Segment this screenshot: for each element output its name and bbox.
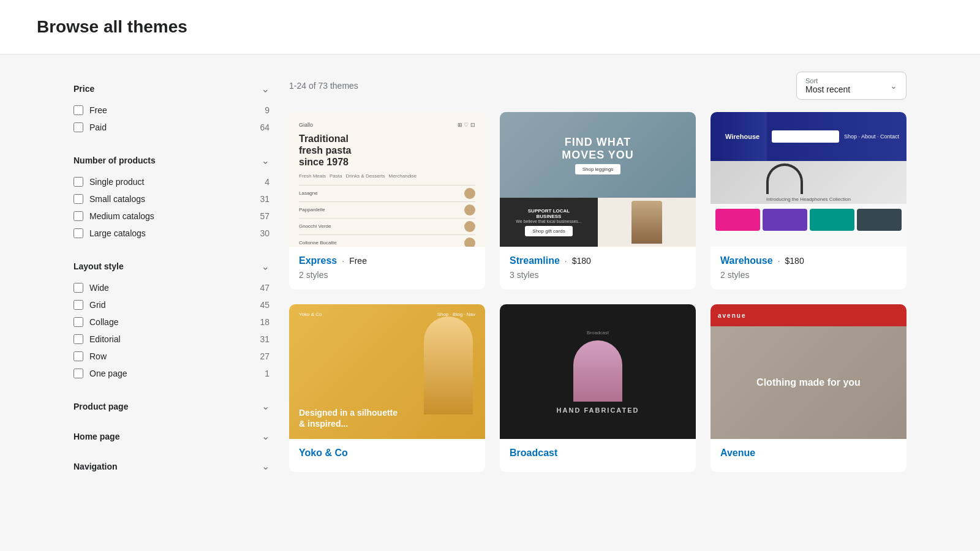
express-styles: 2 styles — [299, 270, 475, 280]
cat-pink — [715, 209, 760, 231]
filter-pp-header[interactable]: Product page ⌄ — [74, 389, 270, 419]
warehouse-headline: Introducing the Headphones Collection — [766, 197, 851, 202]
filter-medium-label[interactable]: Medium catalogs — [89, 211, 154, 221]
filter-wide-checkbox[interactable] — [74, 283, 83, 293]
filter-wide-label[interactable]: Wide — [89, 283, 109, 293]
themes-grid: Giallo ⊞ ♡ ⊡ Traditionalfresh pastasince… — [289, 112, 907, 472]
broadcast-name-row: Broadcast — [510, 448, 686, 459]
warehouse-name-link[interactable]: Warehouse — [720, 255, 773, 266]
headphones-shape — [766, 163, 803, 194]
filter-layout-header[interactable]: Layout style ⌃ — [74, 249, 270, 279]
avenue-content: Clothing made for you — [710, 326, 907, 439]
filter-medium-checkbox[interactable] — [74, 211, 83, 221]
yoko-logo: Yoko & Co — [299, 312, 322, 317]
express-hero: Traditionalfresh pastasince 1978 — [299, 133, 475, 168]
avenue-info: Avenue — [710, 439, 907, 472]
express-nav-icons: ⊞ ♡ ⊡ — [458, 122, 475, 128]
theme-card-express[interactable]: Giallo ⊞ ♡ ⊡ Traditionalfresh pastasince… — [289, 112, 485, 290]
broadcast-nav: Broadcast — [587, 330, 609, 335]
filter-single-label[interactable]: Single product — [89, 177, 145, 187]
sidebar: Price ⌃ Free 9 Paid 64 — [74, 72, 270, 479]
streamline-name-link[interactable]: Streamline — [510, 255, 560, 266]
filter-single-checkbox[interactable] — [74, 177, 83, 187]
filter-item-medium: Medium catalogs 57 — [74, 208, 270, 225]
filter-paid-checkbox[interactable] — [74, 122, 83, 132]
filter-layout-title: Layout style — [74, 261, 124, 271]
filter-item-paid: Paid 64 — [74, 119, 270, 136]
warehouse-styles: 2 styles — [720, 270, 897, 280]
streamline-bottom: SUPPORT LOCALBUSINESS We believe that lo… — [500, 198, 696, 247]
express-products: Lasagne Pappardelle Gnocchi Verde Colton… — [299, 185, 475, 247]
broadcast-info: Broadcast — [500, 439, 696, 472]
filter-paid-count: 64 — [260, 122, 270, 132]
filter-medium-count: 57 — [260, 211, 270, 221]
filter-large-count: 30 — [260, 228, 270, 238]
warehouse-nav: Shop · About · Contact — [844, 133, 899, 140]
yoko-figure — [424, 317, 473, 414]
filter-nav-chevron: ⌄ — [262, 460, 270, 472]
broadcast-name-link[interactable]: Broadcast — [510, 448, 557, 459]
theme-express-preview: Giallo ⊞ ♡ ⊡ Traditionalfresh pastasince… — [289, 112, 485, 247]
filter-free-count: 9 — [265, 105, 270, 115]
filter-free-label[interactable]: Free — [89, 105, 107, 115]
warehouse-categories — [710, 204, 907, 236]
page-header: Browse all themes — [0, 0, 980, 54]
sort-dropdown[interactable]: Sort Most recent ⌄ — [796, 72, 907, 100]
warehouse-search — [772, 130, 839, 143]
filter-small-checkbox[interactable] — [74, 194, 83, 204]
yoko-name-row: Yoko & Co — [299, 448, 475, 459]
filter-item-wide: Wide 47 — [74, 279, 270, 296]
warehouse-price: $180 — [785, 256, 804, 266]
avenue-name-link[interactable]: Avenue — [720, 448, 755, 459]
filter-small-label[interactable]: Small catalogs — [89, 194, 145, 204]
filter-large-checkbox[interactable] — [74, 228, 83, 238]
filter-nop-header[interactable]: Number of products ⌃ — [74, 143, 270, 173]
avenue-headline: Clothing made for you — [756, 377, 861, 389]
theme-warehouse-preview: Wirehouse Shop · About · Contact Introdu… — [710, 112, 907, 247]
filter-free-checkbox[interactable] — [74, 105, 83, 115]
filter-single-count: 4 — [265, 177, 270, 187]
filter-collage-label[interactable]: Collage — [89, 317, 118, 327]
filter-row-checkbox[interactable] — [74, 351, 83, 361]
filter-editorial-label[interactable]: Editorial — [89, 334, 121, 344]
filter-grid-label[interactable]: Grid — [89, 300, 105, 310]
streamline-price: $180 — [572, 256, 591, 266]
filter-item-collage: Collage 18 — [74, 313, 270, 331]
filter-grid-checkbox[interactable] — [74, 300, 83, 310]
theme-card-streamline[interactable]: FIND WHATMOVES YOU Shop leggings SUPPORT… — [500, 112, 696, 290]
theme-card-yoko[interactable]: Yoko & Co Shop · Blog · Nav Designed in … — [289, 304, 485, 472]
avenue-name-row: Avenue — [720, 448, 897, 459]
results-count: 1-24 of 73 themes — [289, 81, 358, 91]
warehouse-name-row: Warehouse · $180 — [720, 255, 897, 266]
filter-item-editorial: Editorial 31 — [74, 331, 270, 348]
theme-card-avenue[interactable]: avenue Clothing made for you Avenue — [710, 304, 907, 472]
filter-collage-checkbox[interactable] — [74, 317, 83, 327]
sort-chevron-icon: ⌄ — [890, 81, 897, 91]
theme-card-broadcast[interactable]: Broadcast Hand Fabricated Broadcast — [500, 304, 696, 472]
filter-home-page: Home page ⌄ — [74, 419, 270, 449]
filter-editorial-checkbox[interactable] — [74, 334, 83, 344]
filter-item-grid: Grid 45 — [74, 296, 270, 313]
filter-nop-title: Number of products — [74, 156, 156, 165]
yoko-text: Designed in a silhouette& inspired... — [299, 407, 398, 429]
express-name-link[interactable]: Express — [299, 255, 337, 266]
filter-row-label[interactable]: Row — [89, 351, 107, 361]
warehouse-headphones: Introducing the Headphones Collection — [710, 161, 907, 204]
filter-paid-label[interactable]: Paid — [89, 122, 107, 132]
yoko-name-link[interactable]: Yoko & Co — [299, 448, 348, 459]
filter-hp-header[interactable]: Home page ⌄ — [74, 419, 270, 449]
filter-large-label[interactable]: Large catalogs — [89, 228, 146, 238]
filter-price-header[interactable]: Price ⌃ — [74, 72, 270, 102]
filter-onepage-checkbox[interactable] — [74, 369, 83, 378]
filter-price-body: Free 9 Paid 64 — [74, 102, 270, 143]
filter-product-page: Product page ⌄ — [74, 389, 270, 419]
streamline-styles: 3 styles — [510, 270, 686, 280]
filter-number-products: Number of products ⌃ Single product 4 Sm… — [74, 143, 270, 249]
filter-nav-header[interactable]: Navigation ⌄ — [74, 449, 270, 479]
theme-card-warehouse[interactable]: Wirehouse Shop · About · Contact Introdu… — [710, 112, 907, 290]
filter-onepage-label[interactable]: One page — [89, 369, 127, 378]
theme-broadcast-preview: Broadcast Hand Fabricated — [500, 304, 696, 439]
content-header: 1-24 of 73 themes Sort Most recent ⌄ — [289, 72, 907, 100]
sort-label-group: Sort Most recent — [805, 77, 850, 94]
yoko-nav-links: Shop · Blog · Nav — [437, 312, 475, 317]
